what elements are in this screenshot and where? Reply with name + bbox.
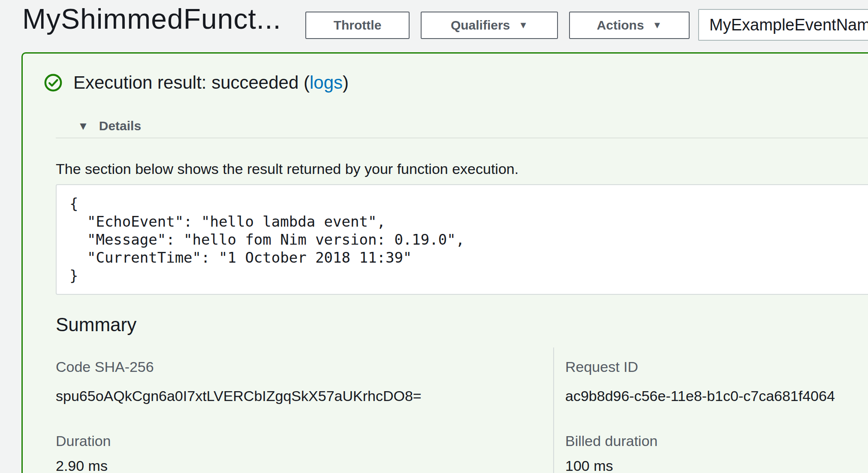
test-event-select[interactable]: MyExampleEventName [698, 9, 868, 41]
code-line: "Message": "hello fom Nim version: 0.19.… [69, 231, 868, 248]
result-description: The section below shows the result retur… [56, 161, 518, 177]
actions-button[interactable]: Actions ▼ [569, 12, 690, 39]
qualifiers-button-label: Qualifiers [451, 18, 510, 33]
summary-field-billed-duration: Billed duration 100 ms [553, 433, 868, 473]
throttle-button[interactable]: Throttle [305, 12, 410, 39]
page-header: MyShimmedFunct... Throttle Qualifiers ▼ … [0, 0, 868, 48]
throttle-button-label: Throttle [334, 18, 382, 33]
qualifiers-button[interactable]: Qualifiers ▼ [421, 12, 558, 39]
summary-field-request-id: Request ID ac9b8d96-c56e-11e8-b1c0-c7ca6… [553, 347, 868, 433]
code-line: "EchoEvent": "hello lambda event", [69, 213, 868, 231]
chevron-down-icon: ▼ [518, 21, 528, 30]
field-label: Request ID [565, 359, 868, 374]
logs-link[interactable]: logs [310, 72, 343, 93]
summary-field-code-sha256: Code SHA-256 spu65oAQkCgn6a0I7xtLVERCbIZ… [56, 347, 553, 433]
test-event-select-value: MyExampleEventName [709, 16, 868, 34]
field-value: 100 ms [565, 458, 868, 473]
execution-result-heading: Execution result: succeeded (logs) [73, 72, 349, 93]
function-name-title: MyShimmedFunct... [22, 3, 281, 35]
execution-result-json: { "EchoEvent": "hello lambda event", "Me… [56, 184, 868, 295]
details-collapse-icon: ▼ [78, 120, 89, 132]
summary-heading: Summary [56, 314, 136, 335]
field-label: Billed duration [565, 433, 868, 449]
execution-result-panel: Execution result: succeeded (logs) ▼ Det… [21, 52, 868, 473]
summary-field-duration: Duration 2.90 ms [56, 433, 553, 473]
summary-grid: Code SHA-256 spu65oAQkCgn6a0I7xtLVERCbIZ… [56, 347, 868, 473]
details-divider [56, 138, 868, 138]
code-line: { [69, 195, 868, 213]
execution-result-text-suffix: ) [343, 72, 349, 93]
chevron-down-icon: ▼ [653, 21, 662, 30]
field-label: Duration [56, 433, 553, 449]
code-line: "CurrentTime": "1 October 2018 11:39" [69, 248, 868, 266]
execution-result-text: Execution result: succeeded ( [73, 72, 310, 93]
field-value: 2.90 ms [56, 458, 553, 473]
success-check-icon [44, 74, 62, 92]
details-toggle[interactable]: ▼ Details [78, 119, 141, 133]
actions-button-label: Actions [597, 18, 644, 33]
details-label: Details [99, 119, 141, 133]
field-label: Code SHA-256 [56, 359, 553, 374]
code-line: } [69, 266, 868, 284]
field-value: spu65oAQkCgn6a0I7xtLVERCbIZgqSkX57aUKrhc… [56, 388, 553, 404]
execution-result-row: Execution result: succeeded (logs) [44, 72, 349, 93]
field-value: ac9b8d96-c56e-11e8-b1c0-c7ca681f4064 [565, 388, 868, 404]
